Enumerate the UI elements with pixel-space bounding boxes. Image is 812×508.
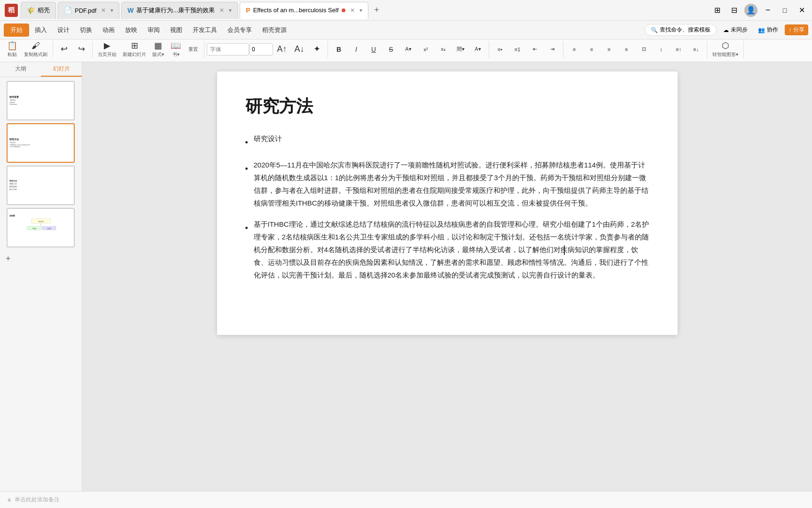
tab-doc-close[interactable]: ✕ xyxy=(219,7,224,14)
slide-item-2[interactable]: 2 研究方法 • 研究设计 • 2020年5—11月在中国哈尔滨市... • 基… xyxy=(2,123,80,163)
fit-text-button[interactable]: ⊡ xyxy=(635,45,652,54)
align-justify-button[interactable]: ≡ xyxy=(618,45,635,54)
menu-devtools[interactable]: 开发工具 xyxy=(188,24,222,36)
collab-label: 协作 xyxy=(767,26,778,34)
tab-daoke[interactable]: 🌾 稻壳 xyxy=(21,2,56,19)
font-name-input[interactable] xyxy=(207,43,249,56)
slide-canvas[interactable]: 研究方法 研究设计 2020年5—11月在中国哈尔滨市胸科医院进行了一项前瞻性随… xyxy=(217,71,678,335)
grid-view-button[interactable]: ⊟ xyxy=(727,4,741,17)
subscript-button[interactable]: x₂ xyxy=(435,45,452,54)
bullet-text-2[interactable]: 2020年5—11月在中国哈尔滨市胸科医院进行了一项前瞻性随机对照试验。进行便利… xyxy=(254,159,649,209)
clear-format-button[interactable]: ✦ xyxy=(308,43,325,56)
reset-button[interactable]: 重置 xyxy=(185,45,202,54)
line-spacing-button[interactable]: ↕ xyxy=(653,45,670,54)
layout-toggle-button[interactable]: ⊞ xyxy=(710,4,724,17)
slide-thumb-1[interactable]: 研究背景 • Methods • Results • Discussion xyxy=(7,81,75,120)
slide-item-3[interactable]: 3 研究方法 测量工具 数据收集 统计分析 xyxy=(2,166,80,205)
new-slide-button[interactable]: ⊞ 新建幻灯片 xyxy=(120,40,149,59)
sep6 xyxy=(563,41,563,58)
indent-increase-button[interactable]: ⇥ xyxy=(544,45,561,54)
font-group: A↑ A↓ ✦ xyxy=(207,43,325,56)
outline-tab[interactable]: 大纲 xyxy=(0,62,41,77)
slides-panel[interactable]: 1 研究背景 • Methods • Results • Discussion xyxy=(0,77,82,491)
font-color-button[interactable]: A▾ xyxy=(400,45,417,54)
slide4-title: 流程图 xyxy=(9,214,72,217)
close-button[interactable]: ✕ xyxy=(795,4,808,17)
tab-doc[interactable]: W 基于健康行为...康干预的效果 ✕ ▾ xyxy=(121,2,238,19)
menu-insert[interactable]: 插入 xyxy=(30,24,52,36)
layout-button[interactable]: ▦ 版式▾ xyxy=(149,40,167,59)
bullet-item-1[interactable]: 研究设计 xyxy=(245,132,649,150)
content-area[interactable]: 研究方法 研究设计 2020年5—11月在中国哈尔滨市胸科医院进行了一项前瞻性随… xyxy=(82,62,812,491)
collab-button[interactable]: 👥 协作 xyxy=(754,24,782,35)
menu-review[interactable]: 审阅 xyxy=(143,24,164,36)
pdf-icon: 📄 xyxy=(64,7,72,14)
indent-list-button[interactable]: ≡↑ xyxy=(670,45,687,54)
superscript-button[interactable]: x² xyxy=(417,45,434,54)
shadow-button[interactable]: A▾ xyxy=(469,45,486,54)
tab-ppt-close[interactable]: ✕ xyxy=(350,7,355,14)
menu-design[interactable]: 设计 xyxy=(53,24,74,36)
bullet-item-2[interactable]: 2020年5—11月在中国哈尔滨市胸科医院进行了一项前瞻性随机对照试验。进行便利… xyxy=(245,159,649,209)
slideshow-from-start-button[interactable]: ▶ 当页开始 xyxy=(95,40,119,59)
user-avatar[interactable]: 👤 xyxy=(744,4,757,17)
tab-pdf-menu[interactable]: ▾ xyxy=(110,7,113,14)
menu-animation[interactable]: 动画 xyxy=(98,24,119,36)
notes-bar[interactable]: ≡ 单击此处添加备注 xyxy=(0,491,812,508)
slides-tab[interactable]: 幻灯片 xyxy=(41,62,82,77)
search-bar[interactable]: 🔍 查找命令、搜索模板 xyxy=(645,24,717,36)
menu-start[interactable]: 开始 xyxy=(4,24,29,37)
book-button[interactable]: 📖 书▾ xyxy=(167,40,184,59)
underline-button[interactable]: U xyxy=(365,44,382,55)
smart-convert-button[interactable]: ⬡ 转智能图形▾ xyxy=(710,40,741,59)
new-tab-button[interactable]: + xyxy=(370,4,383,17)
unsync-icon: ☁ xyxy=(723,27,729,33)
align-left-button[interactable]: ≡ xyxy=(566,45,583,54)
paste-button[interactable]: 📋 粘贴 xyxy=(4,40,21,59)
align-right-button[interactable]: ≡ xyxy=(601,45,617,54)
menu-slideshow[interactable]: 放映 xyxy=(120,24,142,36)
increase-font-button[interactable]: A↑ xyxy=(273,43,290,56)
slide-item-1[interactable]: 1 研究背景 • Methods • Results • Discussion xyxy=(2,81,80,120)
slide-content[interactable]: 研究设计 2020年5—11月在中国哈尔滨市胸科医院进行了一项前瞻性随机对照试验… xyxy=(245,132,649,281)
maximize-button[interactable]: □ xyxy=(778,4,791,17)
share-button[interactable]: ↑ 分享 xyxy=(785,24,808,35)
number-list-button[interactable]: ≡1 xyxy=(509,45,526,54)
decrease-font-button[interactable]: A↓ xyxy=(291,43,308,56)
indent-list2-button[interactable]: ≡↓ xyxy=(687,45,704,54)
font-size-input[interactable] xyxy=(250,43,273,56)
slide-thumb-4[interactable]: 流程图 研究流程 干预组 对照组 xyxy=(7,208,75,247)
book-label: 书▾ xyxy=(172,51,180,58)
undo-button[interactable]: ↩ xyxy=(55,43,72,56)
tab-pdf-close[interactable]: ✕ xyxy=(101,7,106,14)
menu-daoke-resources[interactable]: 稻壳资源 xyxy=(258,24,291,36)
italic-button[interactable]: I xyxy=(348,44,365,55)
format-painter-button[interactable]: 🖌 复制格式刷 xyxy=(21,40,50,59)
bullet-text-3[interactable]: 基于ITHBC理论，通过文献综述总结了结核病的流行特征以及结核病患者的自我管理和… xyxy=(254,218,649,281)
add-slide-button[interactable]: + xyxy=(2,250,80,268)
bold-button[interactable]: B xyxy=(330,44,347,55)
slide-thumb-2[interactable]: 研究方法 • 研究设计 • 2020年5—11月在中国哈尔滨市... • 基于I… xyxy=(7,123,75,163)
strikethrough-button[interactable]: S xyxy=(383,44,399,55)
minimize-button[interactable]: − xyxy=(761,4,774,17)
toolbar: 📋 粘贴 🖌 复制格式刷 ↩ ↪ ▶ 当页开始 ⊞ 新建幻灯片 ▦ 版式▾ xyxy=(0,40,812,62)
char-spacing-button[interactable]: 間▾ xyxy=(452,44,469,54)
indent-decrease-button[interactable]: ⇤ xyxy=(526,45,543,54)
slide-item-4[interactable]: 4 流程图 研究流程 xyxy=(2,208,80,247)
menu-view[interactable]: 视图 xyxy=(165,24,187,36)
format-painter-label: 复制格式刷 xyxy=(24,51,47,58)
menu-bar: 开始 插入 设计 切换 动画 放映 审阅 视图 开发工具 会员专享 稻壳资源 🔍… xyxy=(0,21,812,40)
bullet-item-3[interactable]: 基于ITHBC理论，通过文献综述总结了结核病的流行特征以及结核病患者的自我管理和… xyxy=(245,218,649,281)
menu-premium[interactable]: 会员专享 xyxy=(223,24,257,36)
slide-thumb-3[interactable]: 研究方法 测量工具 数据收集 统计分析 xyxy=(7,166,75,205)
bullet-list-button[interactable]: ≡• xyxy=(492,45,508,54)
tab-ppt[interactable]: P Effects of an m...berculosis Self ✕ ▾ xyxy=(240,2,368,19)
menu-transition[interactable]: 切换 xyxy=(75,24,97,36)
unsync-button[interactable]: ☁ 未同步 xyxy=(719,24,751,35)
tab-ppt-menu[interactable]: ▾ xyxy=(359,7,362,14)
tab-doc-menu[interactable]: ▾ xyxy=(229,7,232,14)
bullet-text-1[interactable]: 研究设计 xyxy=(254,132,649,150)
tab-pdf[interactable]: 📄 PDF.pdf ✕ ▾ xyxy=(58,2,119,19)
align-center-button[interactable]: ≡ xyxy=(583,45,600,54)
redo-button[interactable]: ↪ xyxy=(73,43,90,56)
